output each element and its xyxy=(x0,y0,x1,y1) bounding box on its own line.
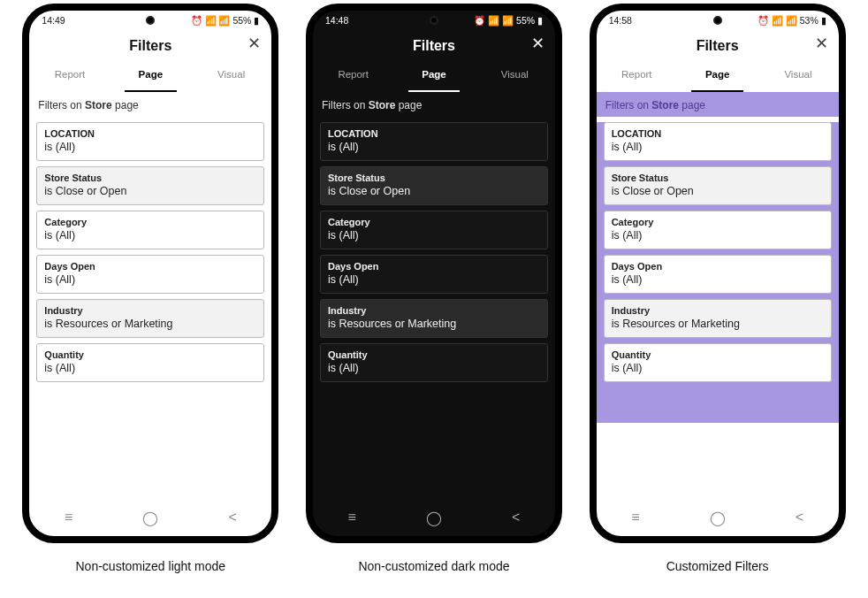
eraser-icon[interactable] xyxy=(794,305,804,316)
filter-value: is (All) xyxy=(44,229,256,242)
caption-custom: Customized Filters xyxy=(666,559,769,573)
nav-recent-icon[interactable]: ≡ xyxy=(631,510,639,525)
filter-card-industry[interactable]: Industry is Resources or Marketing xyxy=(604,299,832,338)
chevron-right-icon xyxy=(529,128,540,139)
filter-value: is Close or Open xyxy=(44,185,256,197)
filter-card-store-status[interactable]: Store Status is Close or Open xyxy=(604,166,832,205)
filter-label: Days Open xyxy=(612,261,824,272)
filter-label: Category xyxy=(328,217,540,227)
filter-card-days-open[interactable]: Days Open is (All) xyxy=(36,255,264,294)
android-navbar: ≡ ◯ < xyxy=(313,506,555,529)
filter-value: is Resources or Marketing xyxy=(44,318,256,330)
tab-page[interactable]: Page xyxy=(393,62,474,92)
filter-card-industry[interactable]: Industry is Resources or Marketing xyxy=(36,299,264,338)
filter-card-location[interactable]: LOCATION is (All) xyxy=(604,122,832,161)
caption-dark: Non-customized dark mode xyxy=(358,559,509,573)
chevron-right-icon xyxy=(813,349,824,360)
filter-card-quantity[interactable]: Quantity is (All) xyxy=(604,343,832,382)
chevron-right-icon xyxy=(246,261,256,272)
filter-value: is (All) xyxy=(44,141,256,153)
lock-icon xyxy=(529,172,540,183)
chevron-right-icon xyxy=(813,261,824,272)
filter-card-category[interactable]: Category is (All) xyxy=(604,211,832,249)
tab-report[interactable]: Report xyxy=(29,62,110,92)
status-right: ⏰ 📶 📶 55% ▮ xyxy=(191,15,260,27)
filter-label: Store Status xyxy=(44,172,256,183)
filter-value: is (All) xyxy=(328,141,540,153)
chevron-right-icon xyxy=(529,217,540,227)
filter-list: LOCATION is (All) Store Status is Close … xyxy=(29,122,271,382)
nav-home-icon[interactable]: ◯ xyxy=(710,510,726,526)
filter-label: LOCATION xyxy=(328,128,540,139)
camera-dot xyxy=(713,16,722,25)
filter-value: is (All) xyxy=(612,229,824,242)
chevron-right-icon xyxy=(246,128,256,139)
filter-label: Quantity xyxy=(44,349,256,360)
tab-page[interactable]: Page xyxy=(110,62,191,92)
filter-value: is Close or Open xyxy=(328,185,540,197)
phone-light-wrap: 14:49 ⏰ 📶 📶 55% ▮ Filters ✕ Report Page … xyxy=(22,4,278,573)
filter-list: LOCATION is (All) Store Status is Close … xyxy=(313,122,555,382)
nav-home-icon[interactable]: ◯ xyxy=(426,510,442,526)
nav-home-icon[interactable]: ◯ xyxy=(142,510,158,526)
tab-visual[interactable]: Visual xyxy=(758,62,838,92)
nav-recent-icon[interactable]: ≡ xyxy=(348,510,356,525)
filter-label: LOCATION xyxy=(612,128,824,139)
close-icon[interactable]: ✕ xyxy=(815,35,828,51)
filter-label: Quantity xyxy=(328,349,540,360)
nav-back-icon[interactable]: < xyxy=(228,510,236,525)
filter-label: Store Status xyxy=(328,172,540,183)
filter-label: LOCATION xyxy=(44,128,256,139)
filter-label: Store Status xyxy=(612,172,824,183)
filters-subhead: Filters on Store page xyxy=(597,92,839,117)
eraser-icon[interactable] xyxy=(510,305,521,316)
filter-label: Days Open xyxy=(328,261,540,272)
page-title: Filters xyxy=(697,38,739,54)
filter-card-industry[interactable]: Industry is Resources or Marketing xyxy=(320,299,548,338)
filter-label: Quantity xyxy=(612,349,824,360)
phone-custom: 14:58 ⏰ 📶 📶 53% ▮ Filters ✕ Report Page … xyxy=(590,4,846,543)
tab-page[interactable]: Page xyxy=(677,62,758,92)
tab-visual[interactable]: Visual xyxy=(191,62,271,92)
android-navbar: ≡ ◯ < xyxy=(597,506,839,529)
filter-card-days-open[interactable]: Days Open is (All) xyxy=(320,255,548,294)
eraser-icon[interactable] xyxy=(226,305,237,316)
tab-bar: Report Page Visual xyxy=(597,62,839,92)
caption-light: Non-customized light mode xyxy=(76,559,226,573)
filter-card-quantity[interactable]: Quantity is (All) xyxy=(320,343,548,382)
tab-visual[interactable]: Visual xyxy=(475,62,555,92)
tab-report[interactable]: Report xyxy=(597,62,677,92)
status-right: ⏰ 📶 📶 53% ▮ xyxy=(758,15,826,27)
filter-label: Days Open xyxy=(44,261,256,272)
status-time: 14:48 xyxy=(325,15,348,26)
tab-report[interactable]: Report xyxy=(313,62,393,92)
filter-card-location[interactable]: LOCATION is (All) xyxy=(36,122,264,161)
nav-recent-icon[interactable]: ≡ xyxy=(65,510,72,525)
close-icon[interactable]: ✕ xyxy=(247,35,261,51)
filter-value: is (All) xyxy=(328,229,540,242)
filter-value: is (All) xyxy=(44,273,256,286)
filter-card-category[interactable]: Category is (All) xyxy=(320,211,548,249)
phone-dark: 14:48 ⏰ 📶 📶 55% ▮ Filters ✕ Report Page … xyxy=(306,4,562,543)
filter-card-quantity[interactable]: Quantity is (All) xyxy=(36,343,264,382)
filter-label: Category xyxy=(612,217,824,227)
filter-card-location[interactable]: LOCATION is (All) xyxy=(320,122,548,161)
filter-value: is Resources or Marketing xyxy=(612,318,824,330)
nav-back-icon[interactable]: < xyxy=(796,510,803,525)
nav-back-icon[interactable]: < xyxy=(512,510,520,525)
filter-card-store-status[interactable]: Store Status is Close or Open xyxy=(36,166,264,205)
filter-card-category[interactable]: Category is (All) xyxy=(36,211,264,249)
chevron-right-icon xyxy=(813,305,824,316)
filter-card-store-status[interactable]: Store Status is Close or Open xyxy=(320,166,548,205)
comparison-stage: 14:49 ⏰ 📶 📶 55% ▮ Filters ✕ Report Page … xyxy=(0,0,868,573)
chevron-right-icon xyxy=(529,261,540,272)
filters-subhead: Filters on Store page xyxy=(313,92,555,117)
chevron-right-icon xyxy=(813,217,824,227)
title-bar: Filters ✕ xyxy=(597,30,839,62)
filter-value: is Resources or Marketing xyxy=(328,318,540,330)
close-icon[interactable]: ✕ xyxy=(531,35,544,51)
chevron-right-icon xyxy=(529,305,540,316)
android-navbar: ≡ ◯ < xyxy=(29,506,271,529)
filter-value: is (All) xyxy=(44,362,256,374)
filter-card-days-open[interactable]: Days Open is (All) xyxy=(604,255,832,294)
